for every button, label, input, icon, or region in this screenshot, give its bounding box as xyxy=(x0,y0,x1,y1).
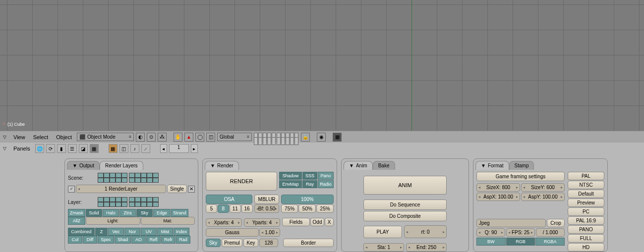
context-logic-button[interactable]: 🌐 xyxy=(35,144,44,153)
format-dropdown[interactable]: Jpeg xyxy=(476,219,546,227)
viewport-3d[interactable]: X (1) Cube xyxy=(0,0,644,131)
single-button[interactable]: Single xyxy=(167,185,187,193)
z-toggle[interactable]: Z xyxy=(95,228,108,236)
context-shading-button[interactable]: ▮ xyxy=(57,144,66,153)
mode-dropdown[interactable]: ⬛ Object Mode ≡ xyxy=(77,133,134,141)
mist-toggle[interactable]: Mist xyxy=(157,228,173,236)
border-button[interactable]: Border xyxy=(283,239,334,247)
preset-pc[interactable]: PC xyxy=(568,207,604,216)
allz-toggle[interactable]: AllZ xyxy=(68,217,85,225)
vec-toggle[interactable]: Vec xyxy=(108,228,124,236)
spec-toggle[interactable]: Spec xyxy=(98,236,114,244)
light-input[interactable]: Light: xyxy=(86,217,140,225)
preset-default[interactable]: Default xyxy=(568,190,604,198)
sta-spinner[interactable]: ◂Sta: 1▸ xyxy=(363,243,404,252)
tab-format[interactable]: ▼Format xyxy=(475,161,509,170)
filter-value-spinner[interactable]: ◂1.00▸ xyxy=(259,228,280,237)
end-spinner[interactable]: ◂End: 250▸ xyxy=(406,243,447,252)
preset-hd[interactable]: HD xyxy=(568,243,604,252)
fps-base-spinner[interactable]: / 1.000 xyxy=(536,228,565,237)
odd-button[interactable]: Odd xyxy=(310,218,324,226)
aspy-spinner[interactable]: ◂AspY: 100.00▸ xyxy=(521,193,565,201)
index-toggle[interactable]: Index xyxy=(174,228,189,236)
refr-toggle[interactable]: Refr xyxy=(161,236,176,244)
xparts-spinner[interactable]: ◂Xparts: 4▸ xyxy=(206,218,242,227)
play-button[interactable]: PLAY xyxy=(363,226,402,238)
preset-pal169[interactable]: PAL 16:9 xyxy=(568,216,604,225)
preset-ntsc[interactable]: NTSC xyxy=(568,181,604,189)
rgba-button[interactable]: RGBA xyxy=(535,238,565,246)
uv-toggle[interactable]: UV xyxy=(141,228,157,236)
tab-output[interactable]: ▼Output xyxy=(67,161,100,170)
combined-toggle[interactable]: Combined xyxy=(68,228,95,236)
dither-spinner[interactable]: 128 xyxy=(259,239,278,247)
subcontext-anim-button[interactable]: ◫ xyxy=(119,144,128,153)
diff-toggle[interactable]: Diff xyxy=(83,236,97,244)
preset-full[interactable]: FULL xyxy=(568,234,604,243)
shadow-toggle[interactable]: Shadow xyxy=(279,172,302,180)
radio-toggle[interactable]: Radio xyxy=(318,180,334,188)
tab-render-layers[interactable]: Render Layers xyxy=(100,161,143,170)
context-scene-button[interactable]: ▦ xyxy=(90,144,99,153)
game-framing-button[interactable]: Game framing settings xyxy=(476,172,565,181)
sizex-spinner[interactable]: ◂SizeX: 800▸ xyxy=(476,183,520,192)
col-toggle[interactable]: Col xyxy=(68,236,82,244)
nor-toggle[interactable]: Nor xyxy=(124,228,140,236)
delete-layer-button[interactable]: ✕ xyxy=(188,186,195,193)
sky-button[interactable]: Sky xyxy=(206,239,221,247)
subcontext-render-button[interactable]: ▦ xyxy=(109,144,117,153)
osa-11[interactable]: 11 xyxy=(230,204,241,213)
render-preview-button[interactable]: ▦ xyxy=(333,133,342,142)
quality-spinner[interactable]: ◂Q: 90▸ xyxy=(476,228,505,237)
render-button[interactable]: RENDER xyxy=(206,172,277,191)
render-layers[interactable] xyxy=(98,197,159,207)
size-25[interactable]: 25% xyxy=(316,204,334,213)
anim-button[interactable]: ANIM xyxy=(363,176,447,195)
sss-toggle[interactable]: SSS xyxy=(302,172,317,180)
mat-input[interactable]: Mat: xyxy=(141,217,195,225)
premul-button[interactable]: Premul xyxy=(222,239,242,247)
solid-toggle[interactable]: Solid xyxy=(86,209,102,217)
pivot-dropdown[interactable]: ⊙ xyxy=(147,133,156,142)
zmask-toggle[interactable]: Zmask xyxy=(68,209,85,217)
subcontext-sound-button[interactable]: ♪ xyxy=(130,144,139,153)
sizey-spinner[interactable]: ◂SizeY: 600▸ xyxy=(521,183,565,192)
tab-bake[interactable]: Bake xyxy=(373,161,395,170)
mblur-button[interactable]: MBLUR xyxy=(254,195,279,204)
rt-spinner[interactable]: ◂rt: 0▸ xyxy=(404,225,447,238)
preset-pal[interactable]: PAL xyxy=(568,172,604,180)
do-composite-button[interactable]: Do Composite xyxy=(363,211,447,221)
x-button[interactable]: X xyxy=(325,218,334,226)
fps-spinner[interactable]: ◂FPS: 25▸ xyxy=(506,228,535,237)
osa-8[interactable]: 8 xyxy=(218,204,229,213)
fields-button[interactable]: Fields xyxy=(282,218,310,226)
translate-manipulator[interactable]: ▲ xyxy=(184,133,193,142)
rad-toggle[interactable]: Rad xyxy=(176,236,190,244)
draw-mode-dropdown[interactable]: ◐ xyxy=(136,133,145,142)
preset-preview[interactable]: Preview xyxy=(568,199,604,207)
lock-layers-button[interactable]: 🔒 xyxy=(301,133,310,142)
halo-toggle[interactable]: Halo xyxy=(103,209,119,217)
tab-anim[interactable]: ▼Anim xyxy=(344,161,373,170)
sky-toggle[interactable]: Sky xyxy=(136,209,153,217)
ztra-toggle[interactable]: Ztra xyxy=(119,209,136,217)
osa-16[interactable]: 16 xyxy=(241,204,253,213)
header-expand-icon[interactable]: ▽ xyxy=(1,135,8,140)
scale-manipulator[interactable]: ◫ xyxy=(206,133,215,142)
osa-button[interactable]: OSA xyxy=(206,195,252,204)
pivot-individual-button[interactable]: ⁂ xyxy=(158,133,167,142)
size-100[interactable]: 100% xyxy=(281,195,334,204)
scene-layers[interactable] xyxy=(98,173,159,183)
menu-view[interactable]: View xyxy=(10,133,28,141)
yparts-spinner[interactable]: ◂Yparts: 4▸ xyxy=(244,218,280,227)
strand-toggle[interactable]: Strand xyxy=(171,209,188,217)
context-object-button[interactable]: ☰ xyxy=(68,144,77,153)
pano-toggle[interactable]: Pano xyxy=(318,172,334,180)
renderlayer-selector[interactable]: ◂1 RenderLayer xyxy=(76,185,166,193)
key-button[interactable]: Key xyxy=(243,239,258,247)
frame-input[interactable]: 1 xyxy=(169,144,189,153)
do-sequence-button[interactable]: Do Sequence xyxy=(363,200,447,210)
context-editing-button[interactable]: ◪ xyxy=(79,144,88,153)
aspx-spinner[interactable]: ◂AspX: 100.00▸ xyxy=(476,193,520,201)
edge-toggle[interactable]: Edge xyxy=(153,209,171,217)
